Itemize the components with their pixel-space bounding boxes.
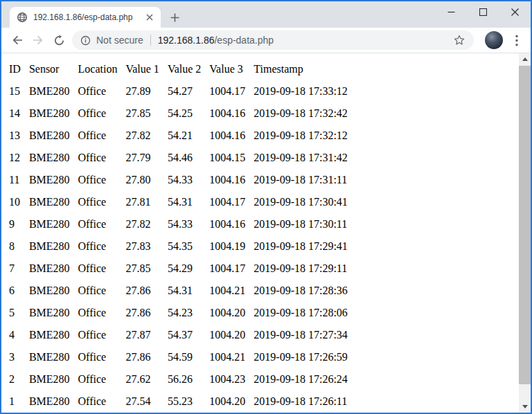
table-cell: 4 [6, 325, 24, 345]
table-cell: 1004.23 [206, 370, 249, 389]
table-cell: 27.86 [122, 281, 162, 300]
table-cell: Office [75, 259, 121, 278]
table-cell: 2019-09-18 17:32:42 [250, 104, 351, 123]
table-cell: Office [75, 82, 121, 101]
table-cell: 1 [6, 392, 24, 411]
scroll-down-button[interactable] [519, 401, 531, 413]
url-path: /esp-data.php [214, 35, 274, 46]
window-controls [435, 1, 531, 22]
table-cell: BME280 [26, 215, 73, 234]
table-cell: 54.37 [164, 325, 204, 345]
forward-button[interactable] [28, 30, 48, 51]
table-cell: Office [75, 215, 121, 234]
table-cell: Office [75, 392, 121, 411]
table-cell: BME280 [26, 148, 73, 168]
table-cell: 2019-09-18 17:27:34 [250, 325, 351, 345]
table-cell: BME280 [26, 82, 73, 101]
scroll-up-button[interactable] [519, 53, 531, 65]
table-body: 15BME280Office27.8954.271004.172019-09-1… [6, 82, 351, 411]
profile-avatar[interactable] [485, 31, 503, 49]
table-row: 14BME280Office27.8554.251004.162019-09-1… [6, 104, 351, 123]
table-cell: 27.79 [122, 148, 162, 168]
table-cell: 54.31 [164, 192, 204, 212]
address-bar[interactable]: Not secure 192.168.1.86/esp-data.php [72, 30, 474, 50]
tab-close-icon[interactable] [144, 12, 155, 23]
table-cell: BME280 [26, 392, 73, 411]
table-cell: 8 [6, 237, 24, 256]
table-cell: 2019-09-18 17:30:41 [250, 192, 351, 212]
table-cell: 1004.19 [206, 237, 249, 256]
table-cell: 54.29 [164, 259, 204, 278]
table-cell: 2019-09-18 17:31:42 [250, 148, 351, 168]
table-cell: 27.85 [122, 259, 162, 278]
table-cell: Office [75, 192, 121, 212]
table-cell: 27.81 [122, 192, 162, 212]
table-cell: 1004.15 [206, 148, 249, 168]
table-cell: 2 [6, 370, 24, 389]
header-cell: Value 1 [122, 60, 162, 79]
table-cell: 1004.20 [206, 325, 249, 345]
table-cell: 55.23 [164, 392, 204, 411]
table-cell: 27.85 [122, 104, 162, 123]
table-cell: 2019-09-18 17:29:41 [250, 237, 351, 256]
table-cell: Office [75, 104, 121, 123]
table-cell: 7 [6, 259, 24, 278]
table-cell: 54.21 [164, 126, 204, 145]
table-cell: 54.33 [164, 170, 204, 190]
new-tab-button[interactable] [165, 8, 184, 27]
table-cell: 54.33 [164, 215, 204, 234]
table-cell: 1004.16 [206, 170, 249, 190]
header-cell: Sensor [26, 60, 73, 79]
table-cell: 56.26 [164, 370, 204, 389]
table-cell: 1004.16 [206, 104, 249, 123]
table-cell: 2019-09-18 17:30:11 [250, 215, 351, 234]
maximize-button[interactable] [467, 1, 499, 22]
browser-toolbar: Not secure 192.168.1.86/esp-data.php [1, 28, 531, 53]
reload-button[interactable] [48, 30, 69, 51]
back-button[interactable] [7, 30, 28, 51]
tab-strip: 192.168.1.86/esp-data.php [1, 1, 531, 28]
table-cell: 2019-09-18 17:26:11 [250, 392, 351, 411]
table-row: 4BME280Office27.8754.371004.202019-09-18… [6, 325, 351, 345]
table-cell: 1004.20 [206, 392, 249, 411]
info-icon[interactable] [80, 35, 91, 46]
table-cell: Office [75, 148, 121, 168]
header-cell: Value 2 [164, 60, 204, 79]
table-cell: BME280 [26, 370, 73, 389]
table-cell: BME280 [26, 259, 73, 278]
table-cell: 1004.17 [206, 259, 249, 278]
table-cell: 54.35 [164, 237, 204, 256]
table-cell: 12 [6, 148, 24, 168]
bookmark-star-icon[interactable] [453, 34, 466, 46]
table-cell: 27.82 [122, 215, 162, 234]
table-row: 11BME280Office27.8054.331004.162019-09-1… [6, 170, 351, 190]
minimize-button[interactable] [435, 1, 467, 22]
page-content: IDSensorLocationValue 1Value 2Value 3Tim… [1, 53, 531, 413]
triangle-down-icon [522, 405, 528, 408]
table-cell: BME280 [26, 348, 73, 367]
table-cell: 27.86 [122, 303, 162, 323]
page-body: IDSensorLocationValue 1Value 2Value 3Tim… [1, 53, 519, 413]
table-cell: Office [75, 325, 121, 345]
table-cell: Office [75, 370, 121, 389]
table-row: 15BME280Office27.8954.271004.172019-09-1… [6, 82, 351, 101]
table-cell: 27.83 [122, 237, 162, 256]
table-cell: 14 [6, 104, 24, 123]
table-cell: 1004.16 [206, 215, 249, 234]
table-cell: 2019-09-18 17:28:36 [250, 281, 351, 300]
table-cell: 2019-09-18 17:31:11 [250, 170, 351, 190]
menu-icon[interactable] [508, 30, 525, 50]
vertical-scrollbar[interactable] [519, 53, 531, 413]
table-cell: BME280 [26, 303, 73, 323]
table-row: 2BME280Office27.6256.261004.232019-09-18… [6, 370, 351, 389]
table-cell: 1004.20 [206, 303, 249, 323]
table-row: 10BME280Office27.8154.311004.172019-09-1… [6, 192, 351, 212]
scrollbar-thumb[interactable] [519, 66, 531, 384]
header-cell: Timestamp [250, 60, 351, 79]
table-cell: BME280 [26, 104, 73, 123]
close-button[interactable] [499, 1, 531, 22]
browser-tab[interactable]: 192.168.1.86/esp-data.php [10, 7, 161, 28]
table-cell: 1004.21 [206, 281, 249, 300]
table-header-row: IDSensorLocationValue 1Value 2Value 3Tim… [6, 60, 351, 79]
table-row: 5BME280Office27.8654.231004.202019-09-18… [6, 303, 351, 323]
